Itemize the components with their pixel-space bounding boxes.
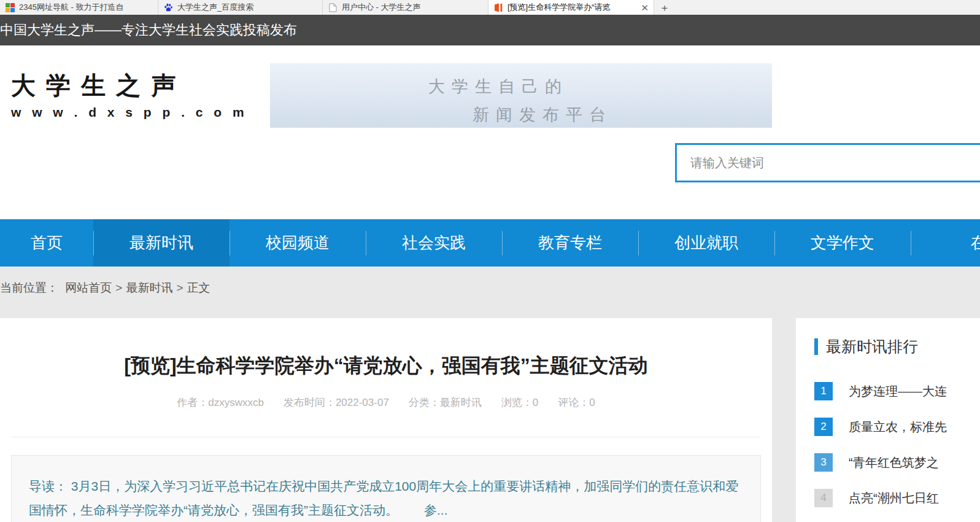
breadcrumb-link[interactable]: 网站首页: [65, 281, 112, 294]
ranking-list: 1 为梦连理——大连 2 质量立农，标准先 3 “青年红色筑梦之 4 点亮“潮州…: [796, 382, 980, 507]
sidebar-ranking: 最新时讯排行 1 为梦连理——大连 2 质量立农，标准先 3 “青年红色筑梦之 …: [796, 318, 980, 522]
baidu-icon: [163, 2, 173, 12]
meta-item-4: 浏览：0: [501, 397, 538, 408]
new-tab-button[interactable]: ＋: [654, 0, 675, 15]
accent-bar: [814, 338, 818, 355]
browser-tab-strip: 2345网址导航 - 致力于打造自 大学生之声_百度搜索 用户中心 - 大学生之…: [0, 0, 654, 15]
ranking-item-4[interactable]: 4 点亮“潮州七日红: [814, 489, 980, 507]
rank-title: “青年红色筑梦之: [849, 454, 939, 471]
article-card: [预览]生命科学学院举办“请党放心，强国有我”主题征文活动 作者：dzxyswx…: [0, 318, 772, 522]
logo-url: w w w . d x s p p . c o m: [11, 105, 248, 120]
nav-item-6[interactable]: 创业就职: [638, 219, 774, 267]
site-icon: [493, 2, 503, 12]
tab-title: 大学生之声_百度搜索: [177, 2, 317, 13]
breadcrumb-prefix: 当前位置：: [0, 281, 58, 294]
breadcrumb-current: 正文: [187, 281, 210, 294]
rank-title: 点亮“潮州七日红: [849, 490, 939, 507]
2345-icon: [5, 2, 15, 12]
meta-item-2: 发布时间：2022-03-07: [284, 397, 389, 408]
sidebar-header: 最新时讯排行: [814, 337, 980, 357]
site-slogan: 中国大学生之声——专注大学生社会实践投稿发布: [0, 22, 297, 37]
rank-badge: 2: [814, 418, 833, 436]
breadcrumb: 当前位置： 网站首页>最新时讯>正文: [0, 280, 214, 296]
rank-badge: 4: [814, 489, 833, 507]
meta-item-3: 分类：最新时讯: [409, 397, 482, 408]
rank-title: 为梦连理——大连: [849, 383, 947, 400]
header-banner: 大学生自己的 新闻发布平台: [270, 63, 772, 128]
meta-item-5: 评论：0: [558, 397, 595, 408]
banner-line1: 大学生自己的: [428, 76, 772, 98]
browser-tab-bar: 2345网址导航 - 致力于打造自 大学生之声_百度搜索 用户中心 - 大学生之…: [0, 0, 980, 15]
rank-title: 质量立农，标准先: [849, 419, 947, 435]
site-header: 大 学 生 之 声 w w w . d x s p p . c o m 大学生自…: [0, 45, 980, 219]
browser-tab-4[interactable]: [预览]生命科学学院举办“请览 ✕: [488, 0, 654, 15]
nav-item-1[interactable]: 首页: [0, 219, 93, 267]
tab-title: 2345网址导航 - 致力于打造自: [19, 2, 153, 13]
site-slogan-bar: 中国大学生之声——专注大学生社会实践投稿发布: [0, 15, 980, 45]
search-box: [675, 143, 980, 182]
page-icon: [328, 2, 338, 12]
article-summary: 导读： 3月3日，为深入学习习近平总书记在庆祝中国共产党成立100周年大会上的重…: [11, 455, 761, 522]
breadcrumb-separator: >: [115, 281, 122, 294]
article-title: [预览]生命科学学院举办“请党放心，强国有我”主题征文活动: [0, 318, 772, 380]
tab-title: [预览]生命科学学院举办“请览: [507, 2, 636, 13]
nav-item-8[interactable]: 在: [911, 219, 980, 267]
browser-tab-3[interactable]: 用户中心 - 大学生之声: [323, 0, 488, 15]
rank-badge: 1: [814, 382, 833, 400]
browser-tab-2[interactable]: 大学生之声_百度搜索: [158, 0, 323, 15]
logo-title: 大 学 生 之 声: [11, 69, 248, 103]
site-logo[interactable]: 大 学 生 之 声 w w w . d x s p p . c o m: [11, 69, 248, 120]
ranking-item-3[interactable]: 3 “青年红色筑梦之: [814, 453, 980, 472]
article-meta: 作者：dzxyswxxcb发布时间：2022-03-07分类：最新时讯浏览：0评…: [0, 395, 772, 410]
breadcrumb-link[interactable]: 最新时讯: [126, 281, 172, 294]
rank-badge: 3: [814, 453, 833, 472]
search-input[interactable]: [677, 145, 980, 181]
nav-item-2[interactable]: 最新时讯: [93, 219, 230, 267]
nav-item-7[interactable]: 文学作文: [774, 219, 911, 267]
tab-close-icon[interactable]: ✕: [641, 3, 649, 12]
ranking-item-1[interactable]: 1 为梦连理——大连: [814, 382, 980, 400]
tab-title: 用户中心 - 大学生之声: [342, 2, 483, 13]
main-nav: 首页最新时讯校园频道社会实践教育专栏创业就职文学作文在: [0, 219, 980, 267]
nav-item-3[interactable]: 校园频道: [230, 219, 366, 267]
browser-tab-1[interactable]: 2345网址导航 - 致力于打造自: [0, 0, 158, 15]
banner-line2: 新闻发布平台: [473, 104, 772, 126]
ranking-item-2[interactable]: 2 质量立农，标准先: [814, 418, 980, 436]
divider: [11, 437, 761, 437]
breadcrumb-separator: >: [176, 281, 183, 294]
nav-item-5[interactable]: 教育专栏: [502, 219, 638, 267]
meta-item-1: 作者：dzxyswxxcb: [177, 397, 264, 408]
sidebar-title: 最新时讯排行: [826, 337, 918, 357]
nav-item-4[interactable]: 社会实践: [366, 219, 502, 267]
